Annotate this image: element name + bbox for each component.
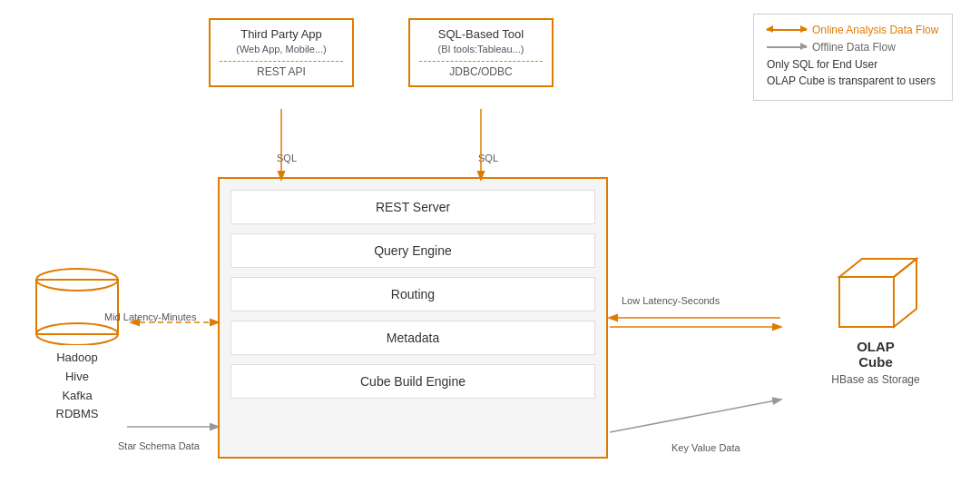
sql2-label: SQL [478,153,498,163]
hadoop-cylinder: Hadoop Hive Kafka RDBMS [27,263,127,424]
row-rest-server: REST Server [230,190,595,224]
hbase-label: HBase as Storage [826,373,926,386]
third-party-api-label: REST API [220,65,343,78]
diagram-container: Online Analysis Data Flow Offline Data F… [0,0,980,484]
low-latency-label: Low Latency-Seconds [622,295,720,306]
sql-tool-box: SQL-Based Tool (BI tools:Tableau...) JDB… [408,18,554,87]
olap-cube-box: OLAP Cube HBase as Storage [826,245,926,386]
row-metadata: Metadata [230,321,595,355]
row-routing: Routing [230,277,595,311]
svg-marker-3 [839,277,894,327]
olap-title: OLAP [826,339,926,354]
third-party-box: Third Party App (Web App, Mobile...) RES… [209,18,354,87]
svg-line-12 [610,400,780,432]
sql1-label: SQL [277,153,297,163]
main-engine-box: REST Server Query Engine Routing Metadat… [218,177,608,459]
legend-online-label: Online Analysis Data Flow [812,24,938,36]
legend-note2: OLAP Cube is transparent to users [767,74,939,87]
third-party-subtitle: (Web App, Mobile...) [220,43,343,55]
third-party-title: Third Party App [220,27,343,43]
legend-note1: Only SQL for End User [767,58,939,71]
row-query-engine: Query Engine [230,233,595,268]
key-value-label: Key Value Data [671,442,740,453]
legend-box: Online Analysis Data Flow Offline Data F… [753,14,953,101]
sql-tool-api-label: JDBC/ODBC [419,65,543,78]
legend-offline-label: Offline Data Flow [812,41,896,54]
sql-tool-title: SQL-Based Tool [419,27,543,43]
olap-subtitle: Cube [826,354,926,370]
row-cube-build-engine: Cube Build Engine [230,364,595,399]
svg-marker-5 [894,259,916,327]
hadoop-label: Hadoop Hive Kafka RDBMS [27,349,127,424]
star-schema-label: Star Schema Data [118,440,200,451]
sql-tool-subtitle: (BI tools:Tableau...) [419,43,543,55]
mid-latency-label: Mid Latency-Minutes [104,311,197,322]
